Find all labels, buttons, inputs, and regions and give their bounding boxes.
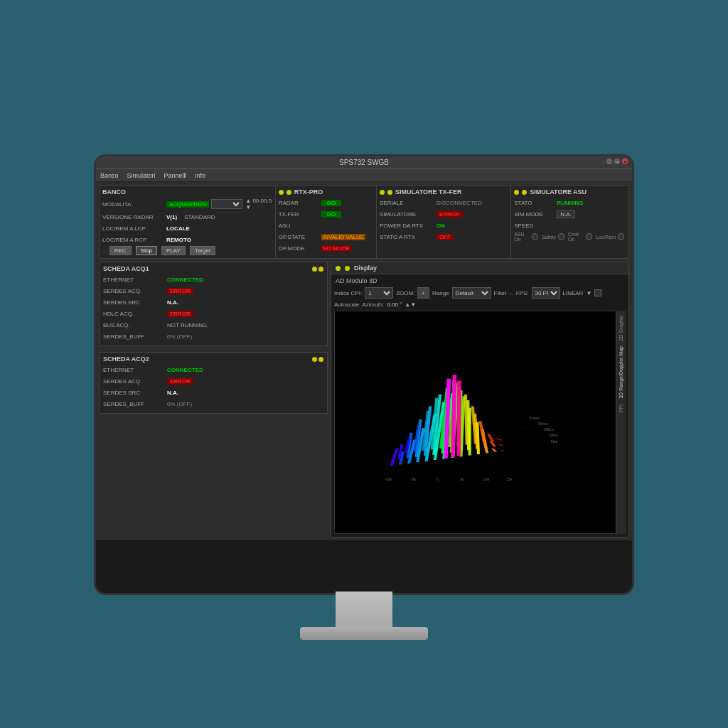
menu-banco[interactable]: Banco: [100, 172, 119, 179]
minimize-btn[interactable]: –: [606, 159, 612, 164]
s1-ethernet-row: ETHERNET CONNECTED: [103, 274, 323, 284]
range-select[interactable]: Default: [452, 287, 491, 299]
s1-serdes-src-label: SERDES SRC: [103, 299, 167, 306]
simtx-power-label: POWER DA RTX: [380, 223, 437, 229]
side-tabs-panel: 2D Graphic 3D Range/Doppler Map PPI: [616, 311, 626, 534]
scheda1-dots: [312, 267, 323, 272]
tab-ppi[interactable]: PPI: [618, 402, 624, 414]
banco-modalita-select[interactable]: [211, 199, 242, 209]
zoom-plus-btn[interactable]: +: [417, 287, 429, 299]
s2-serdes-acq-row: SERDES ACQ. ERROR: [103, 376, 323, 386]
scheda2-title-row: SCHEDA ACQ2: [103, 355, 323, 363]
banco-versione-row: VERSIONE RADAR V(1) STANDARD: [102, 212, 272, 222]
indice-label: Indice CPI:: [334, 290, 362, 296]
rtx-opstate-value: INVALID VALUE: [321, 234, 365, 240]
s2-serdes-acq-value: ERROR: [167, 378, 193, 385]
monitor-stand-neck: [336, 592, 392, 627]
s2-serdes-acq-label: SERDES ACQ.: [103, 378, 167, 385]
simasu-simmode-value: N.A.: [557, 210, 575, 218]
banco-locrcp-label: LOC/REM A RCP: [102, 237, 166, 243]
menu-simulatori[interactable]: Simulatori: [127, 172, 156, 179]
fps-select[interactable]: 20 FP: [532, 287, 560, 299]
linear-arrow: ▼: [586, 290, 592, 296]
s1-hdlc-label: HDLC ACQ.: [103, 311, 167, 317]
filter-sep: --: [509, 290, 513, 296]
rtx-radar-row: RADAR GO: [279, 198, 373, 208]
rtx-opstate-label: OP.STATE: [279, 234, 321, 240]
s1-bus-label: BUS ACQ.: [103, 322, 167, 328]
sim-asu-header: SIMULATORE ASU: [514, 188, 626, 196]
tab-3d-range-doppler[interactable]: 3D Range/Doppler Map: [618, 344, 624, 401]
s1-serdes-acq-row: SERDES ACQ. ERROR: [103, 286, 323, 296]
simasu-toggles: ASU On Safety Cmd On Loc/Rem: [514, 232, 626, 242]
display-title: Display: [354, 264, 377, 272]
scheda-acq1: SCHEDA ACQ1 ETHERNET CONNECTED SERDES AC…: [99, 262, 328, 346]
rtx-section: RTX-PRO RADAR GO TX-FER GO ASU OP.STATE: [276, 185, 377, 259]
s2-ethernet-value: CONNECTED: [167, 367, 203, 373]
scheda2-dot1: [312, 357, 317, 362]
toggle-locrem[interactable]: [618, 233, 624, 240]
stop-button[interactable]: Stop: [136, 246, 157, 255]
menu-pannelli[interactable]: Pannelli: [164, 172, 187, 179]
simtx-seriale-row: SERIALE DISCONNECTED: [380, 198, 508, 208]
s1-serdes-src-row: SERDES SRC N.A.: [103, 297, 323, 307]
banco-title: BANCO: [102, 188, 272, 196]
fps-label: FPS:: [516, 290, 529, 296]
azimuth-label: Azimuth:: [362, 301, 384, 308]
sim-tx-header: SIMULATORE TX-FER: [380, 188, 508, 196]
toggle-safety-label: Safety: [542, 235, 556, 240]
simasu-simmode-row: SIM.MODE N.A.: [514, 209, 626, 219]
banco-timer: ▲ 00:00:5 ▼: [245, 198, 272, 210]
rtx-dot1: [279, 190, 284, 195]
scheda2-title: SCHEDA ACQ2: [103, 355, 149, 363]
toggle-cmdon[interactable]: [586, 233, 592, 240]
autoscale-checkbox[interactable]: [594, 289, 601, 296]
simasu-speed-row: SPEED: [514, 220, 626, 230]
banco-standard: STANDARD: [184, 214, 215, 220]
rtx-asu-row: ASU: [279, 220, 373, 230]
monitor: SPS732 SWGB – □ ✕ Banco Simulatori Panne…: [94, 154, 634, 595]
rtx-header: RTX-PRO: [279, 188, 373, 196]
toggle-safety[interactable]: [558, 233, 564, 240]
display-panel: Display ● AD Modulo 3D Indice CPI: 1: [331, 262, 629, 537]
menu-info[interactable]: info: [196, 172, 206, 179]
scheda1-title: SCHEDA ACQ1: [103, 265, 149, 272]
play-button[interactable]: PLAY: [161, 246, 186, 255]
sim-tx-title: SIMULATORE TX-FER: [395, 188, 462, 196]
s2-serdes-src-row: SERDES SRC N.A.: [103, 387, 323, 397]
svg-text:5k: 5k: [459, 477, 464, 481]
simtx-simulatore-label: SIMULATORE: [380, 211, 437, 218]
window-title: SPS732 SWGB: [339, 159, 389, 166]
linear-label: LINEAR: [563, 290, 584, 296]
simtx-seriale-label: SERIALE: [380, 200, 437, 206]
close-btn[interactable]: ✕: [622, 159, 628, 164]
radar-svg: -10k -5k 0 5k 10k 15k 50km 30km: [335, 311, 625, 533]
rec-button[interactable]: REC: [109, 246, 132, 255]
sim-tx-dot2: [387, 190, 392, 195]
main-content: SCHEDA ACQ1 ETHERNET CONNECTED SERDES AC…: [96, 259, 632, 540]
display-area: AD Modulo 3D Indice CPI: 1 ZOOM: + Range: [331, 274, 628, 537]
s1-bus-row: BUS ACQ. NOT RUNNING: [103, 320, 323, 330]
display-dot2: [345, 266, 350, 271]
toggle-asu-on-label: ASU On: [514, 232, 530, 242]
s2-ethernet-label: ETHERNET: [103, 367, 167, 373]
azimuth-value: 0.00 °: [387, 301, 402, 308]
app-window: SPS732 SWGB – □ ✕ Banco Simulatori Panne…: [96, 156, 632, 540]
banco-dots: ...: [102, 247, 107, 254]
radar-chart: -10k -5k 0 5k 10k 15k 50km 30km: [334, 311, 626, 534]
sim-tx-section: SIMULATORE TX-FER SERIALE DISCONNECTED S…: [377, 185, 511, 259]
indice-select[interactable]: 1: [365, 287, 393, 299]
svg-text:10km: 10km: [548, 433, 558, 437]
s1-buff-row: SERDES_BUFF 0% (OFF): [103, 331, 323, 341]
banco-loclcp-label: LOC/REM A LCP: [102, 225, 166, 232]
simtx-simulatore-value: ERROR: [437, 211, 463, 218]
toggle-asu-on[interactable]: [532, 233, 538, 240]
tab-2d-graphic[interactable]: 2D Graphic: [618, 314, 624, 343]
toggle-locrem-label: Loc/Rem: [596, 235, 616, 240]
target-button[interactable]: Target: [190, 246, 215, 255]
svg-text:50km: 50km: [529, 416, 539, 420]
banco-locrcp-value: REMOTO: [166, 237, 191, 243]
top-sections-row: BANCO MODALITA' ACQUISITION ▲ 00:00:5 ▼ …: [96, 182, 632, 259]
sim-asu-dot2: [522, 190, 527, 195]
banco-loclcp-value: LOCALE: [166, 225, 190, 232]
